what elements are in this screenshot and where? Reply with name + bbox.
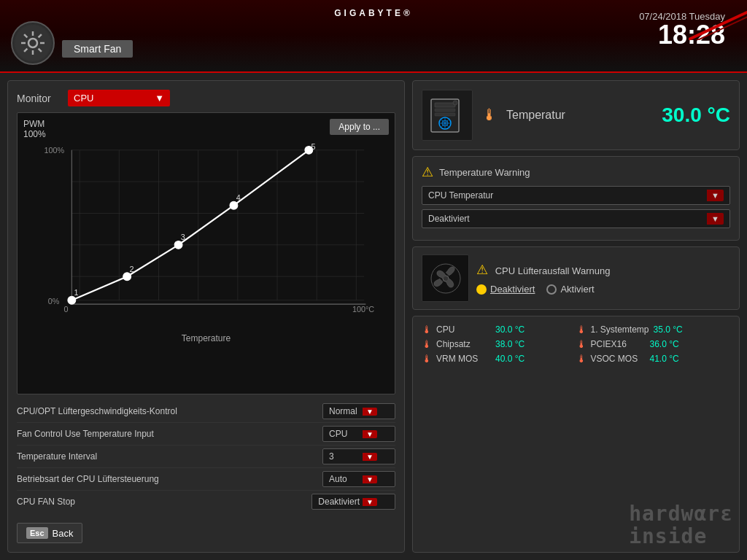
stat-label-systemtemp: 1. Systemtemp [591,324,649,335]
svg-point-33 [174,241,182,249]
warning-dropdown-2-row: Deaktiviert ▼ [422,209,730,228]
settings-dropdown-0[interactable]: Normal ▼ [322,403,395,419]
settings-label-2: Temperature Interval [17,451,97,462]
svg-text:100°C: 100°C [352,305,374,314]
temp-value: 30.0 °C [662,104,730,127]
svg-point-49 [453,101,457,105]
stat-row-systemtemp: 🌡 1. Systemtemp 35.0 °C [576,324,731,335]
back-button[interactable]: Esc Back [17,523,82,543]
deactiviert-option[interactable]: Deaktiviert [476,284,535,295]
stat-row-vrmmos: 🌡 VRM MOS 40.0 °C [422,353,576,365]
svg-text:1: 1 [74,288,79,297]
thermo-icon-vrm: 🌡 [422,353,432,365]
stat-value-systemtemp: 35.0 °C [654,324,694,335]
warning-dropdown-1-row: CPU Temperatur ▼ [422,186,730,205]
svg-line-6 [39,49,42,52]
fan-failure-card: ⚠ CPU Lüfterausfall Warnung Deaktiviert … [412,246,740,310]
stats-grid: 🌡 CPU 30.0 °C 🌡 1. Systemtemp 35.0 °C 🌡 … [422,324,730,365]
chart-header: PWM 100% Apply to ... [23,119,389,139]
brand-logo: GIGABYTE® [334,7,413,26]
right-panel: 🌡 Temperatur 30.0 °C ⚠ Temperature Warni… [412,80,740,553]
pwm-label: PWM [23,119,46,129]
temperature-card: 🌡 Temperatur 30.0 °C [412,80,740,150]
stat-label-cpu: CPU [436,324,491,335]
warning-dropdown-1[interactable]: CPU Temperatur ▼ [422,186,730,205]
svg-line-7 [39,34,42,37]
svg-text:2: 2 [129,265,133,273]
fan-failure-info: ⚠ CPU Lüfterausfall Warnung Deaktiviert … [476,262,730,295]
svg-line-5 [24,34,27,37]
fan-warning-icon: ⚠ [476,262,488,277]
left-panel: Monitor CPU ▼ PWM 100% Apply to ... [7,80,405,553]
chart-container: PWM 100% Apply to ... [17,112,395,394]
warning-title: Temperature Warning [439,167,530,178]
svg-point-31 [123,273,131,281]
settings-label-0: CPU/OPT Lüftergeschwindigkeits-Kontrol [17,406,177,416]
stat-value-vrmmos: 40.0 °C [495,354,535,364]
svg-text:5: 5 [311,142,316,151]
svg-text:3: 3 [181,233,185,241]
stat-row-vsocmos: 🌡 VSOC MOS 41.0 °C [576,353,731,365]
temp-axis-label: Temperature [23,333,389,343]
stat-label-pciex16: PCIEX16 [591,339,646,349]
aktiviert-radio[interactable] [546,284,557,295]
warning-dropdown-2[interactable]: Deaktiviert ▼ [422,209,730,228]
deactiviert-radio[interactable] [476,284,487,295]
settings-label-4: CPU FAN Stop [17,497,75,507]
svg-text:0%: 0% [48,297,60,306]
stat-row-cpu: 🌡 CPU 30.0 °C [422,324,576,335]
stat-value-chipsatz: 38.0 °C [495,339,535,349]
thermo-icon-chip: 🌡 [422,338,432,350]
fan-radio-group: Deaktiviert Aktiviert [476,284,730,295]
smart-fan-tab[interactable]: Smart Fan [62,40,133,58]
settings-container: CPU/OPT Lüftergeschwindigkeits-Kontrol N… [17,400,395,513]
settings-dropdown-2[interactable]: 3 ▼ [322,448,395,464]
gear-icon [11,21,55,65]
svg-line-8 [24,49,27,52]
svg-text:0: 0 [64,305,69,314]
settings-label-1: Fan Control Use Temperature Input [17,429,154,439]
warning-icon: ⚠ [422,164,433,180]
settings-row-0: CPU/OPT Lüftergeschwindigkeits-Kontrol N… [17,400,395,423]
settings-dropdown-4[interactable]: Deaktiviert ▼ [311,494,395,510]
back-label: Back [53,528,74,539]
svg-point-35 [230,201,238,209]
monitor-label: Monitor [17,93,61,104]
settings-row-4: CPU FAN Stop Deaktiviert ▼ [17,491,395,513]
apply-button[interactable]: Apply to ... [330,119,389,135]
aktiviert-label: Aktiviert [560,284,594,295]
monitor-row: Monitor CPU ▼ [17,90,395,106]
main-content: Monitor CPU ▼ PWM 100% Apply to ... [0,73,747,560]
settings-row-2: Temperature Interval 3 ▼ [17,446,395,468]
thermometer-icon: 🌡 [481,106,498,125]
svg-text:4: 4 [236,193,241,202]
svg-point-0 [28,39,37,47]
thermo-icon-pcie: 🌡 [576,338,587,350]
settings-dropdown-3[interactable]: Auto ▼ [322,471,395,487]
stat-row-chipsatz: 🌡 Chipsatz 38.0 °C [422,338,576,350]
thermo-icon-cpu: 🌡 [422,324,432,335]
deactiviert-label: Deaktiviert [490,284,535,295]
temp-info: Temperatur 30.0 °C [506,104,730,127]
settings-label-3: Betriebsart der CPU Lüftersteuerung [17,474,159,484]
thermo-icon-vsoc: 🌡 [576,353,587,365]
stat-label-vrmmos: VRM MOS [436,354,491,364]
pwm-max-label: 100% [23,129,46,139]
esc-key: Esc [26,527,48,539]
stats-card: 🌡 CPU 30.0 °C 🌡 1. Systemtemp 35.0 °C 🌡 … [412,316,740,553]
stat-label-chipsatz: Chipsatz [436,339,491,349]
svg-rect-42 [435,113,455,116]
fan-icon [422,254,469,302]
svg-point-29 [68,296,76,304]
chart-area[interactable]: 0 0% 100°C 100% 1 2 3 4 5 [23,142,389,332]
warning-header: ⚠ Temperature Warning [422,164,730,180]
monitor-dropdown[interactable]: CPU ▼ [68,90,170,106]
temp-label: Temperatur [506,109,565,122]
stat-value-cpu: 30.0 °C [495,324,535,335]
stat-row-pciex16: 🌡 PCIEX16 36.0 °C [576,338,731,350]
settings-dropdown-1[interactable]: CPU ▼ [322,426,395,442]
header: Smart Fan GIGABYTE® 07/24/2018 Tuesday 1… [0,0,747,73]
aktiviert-option[interactable]: Aktiviert [546,284,594,295]
svg-rect-40 [435,103,455,107]
pc-icon [422,90,473,141]
